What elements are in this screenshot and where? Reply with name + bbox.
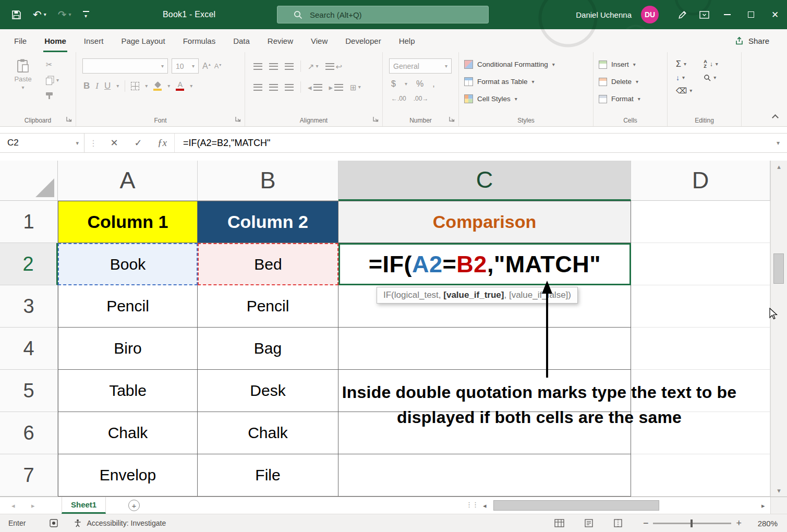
tab-data[interactable]: Data: [224, 29, 259, 52]
cell-b1[interactable]: Column 2: [198, 201, 338, 243]
tab-scrollbar-splitter[interactable]: ⋮⋮: [466, 501, 478, 509]
italic-button[interactable]: I: [95, 81, 99, 91]
insert-cells-button[interactable]: Insert▾: [599, 57, 640, 71]
column-header-b[interactable]: B: [198, 161, 338, 201]
clear-button[interactable]: ⌫▾: [676, 87, 692, 94]
find-select-button[interactable]: ▾: [704, 74, 718, 81]
zoom-in-button[interactable]: +: [731, 518, 746, 528]
tab-review[interactable]: Review: [259, 29, 302, 52]
paste-chevron-icon[interactable]: ▾: [21, 85, 24, 90]
row-header-6[interactable]: 6: [0, 412, 58, 454]
tab-file[interactable]: File: [5, 29, 35, 52]
zoom-slider-track[interactable]: [653, 523, 731, 524]
formula-bar-splitter[interactable]: ⋮: [84, 138, 102, 148]
font-dialog-launcher[interactable]: [235, 116, 241, 123]
macro-record-button[interactable]: [50, 519, 58, 527]
cell-b4[interactable]: Bag: [198, 328, 338, 370]
align-center-icon[interactable]: [269, 84, 278, 91]
save-button[interactable]: [11, 10, 21, 20]
name-box-chevron-icon[interactable]: ▾: [76, 140, 79, 147]
font-name-select[interactable]: ▾: [82, 58, 168, 74]
sheet-nav-left-icon[interactable]: ◂: [11, 497, 15, 514]
format-painter-button[interactable]: [46, 92, 59, 99]
align-right-icon[interactable]: [285, 84, 294, 91]
align-top-icon[interactable]: [253, 63, 262, 70]
redo-button[interactable]: ↷▾: [58, 9, 71, 20]
row-header-3[interactable]: 3: [0, 285, 58, 328]
cut-button[interactable]: ✂: [46, 61, 59, 68]
tab-view[interactable]: View: [302, 29, 336, 52]
number-format-select[interactable]: General▾: [389, 58, 452, 74]
number-dialog-launcher[interactable]: [449, 116, 455, 123]
decrease-font-size-button[interactable]: A▾: [214, 63, 222, 69]
paste-button[interactable]: Paste ▾: [7, 58, 39, 90]
wrap-text-button[interactable]: ↩: [325, 63, 343, 70]
increase-font-size-button[interactable]: A▴: [202, 62, 211, 70]
cell-b7[interactable]: File: [198, 454, 338, 497]
copy-button[interactable]: ▾: [46, 76, 59, 85]
search-box[interactable]: [277, 6, 489, 23]
cell-a5[interactable]: Table: [58, 370, 198, 412]
scroll-up-icon[interactable]: ▴: [771, 163, 787, 171]
customize-quick-access-button[interactable]: ▾: [83, 11, 89, 19]
hscroll-left-icon[interactable]: ◂: [483, 497, 487, 514]
row-header-1[interactable]: 1: [0, 201, 58, 243]
fill-button[interactable]: ↓▾: [676, 74, 692, 81]
column-header-a[interactable]: A: [58, 161, 198, 201]
cell-d3[interactable]: [631, 285, 770, 328]
comma-style-button[interactable]: ,: [432, 79, 434, 89]
vertical-scrollbar-thumb[interactable]: [773, 253, 784, 284]
cell-c4[interactable]: [338, 328, 631, 370]
cell-b3[interactable]: Pencil: [198, 285, 338, 328]
cell-styles-button[interactable]: Cell Styles▾: [464, 92, 555, 106]
tab-help[interactable]: Help: [390, 29, 424, 52]
cell-a1[interactable]: Column 1: [58, 201, 198, 243]
decrease-indent-button[interactable]: ◂: [308, 83, 322, 91]
maximize-button[interactable]: [739, 0, 763, 29]
zoom-slider-thumb[interactable]: [691, 519, 693, 527]
scroll-down-icon[interactable]: ▾: [771, 487, 787, 494]
select-all-corner[interactable]: [0, 161, 58, 201]
minimize-button[interactable]: [715, 0, 739, 29]
cell-a4[interactable]: Biro: [58, 328, 198, 370]
vertical-scrollbar[interactable]: ▴ ▾: [770, 161, 787, 497]
sheet-tab-sheet1[interactable]: Sheet1: [62, 497, 106, 514]
collapse-ribbon-button[interactable]: [772, 114, 779, 121]
column-header-c[interactable]: C: [338, 161, 631, 201]
cell-c2-active-formula[interactable]: =IF(A2=B2,"MATCH": [338, 243, 631, 285]
insert-function-button[interactable]: ƒx: [150, 137, 174, 149]
expand-formula-bar-icon[interactable]: ▾: [769, 139, 787, 147]
percent-style-button[interactable]: %: [416, 79, 423, 89]
user-name[interactable]: Daniel Uchenna: [576, 10, 632, 19]
cell-d7[interactable]: [631, 454, 770, 497]
close-button[interactable]: ✕: [763, 0, 787, 29]
tab-formulas[interactable]: Formulas: [174, 29, 225, 52]
normal-view-button[interactable]: [554, 519, 564, 527]
font-color-button[interactable]: A: [176, 81, 184, 91]
undo-chevron-icon[interactable]: ▾: [44, 12, 46, 17]
ink-pen-button[interactable]: [671, 10, 693, 20]
cell-a2[interactable]: Book: [58, 243, 198, 285]
enter-button[interactable]: ✓: [126, 137, 150, 149]
cell-b2[interactable]: Bed: [198, 243, 338, 285]
cell-c7[interactable]: [338, 454, 631, 497]
formula-input[interactable]: =IF(A2=B2,"MATCH": [174, 134, 769, 152]
bold-button[interactable]: B: [83, 81, 90, 91]
cell-d2[interactable]: [631, 243, 770, 285]
hscroll-right-icon[interactable]: ▸: [761, 497, 765, 514]
cell-a6[interactable]: Chalk: [58, 412, 198, 454]
row-header-5[interactable]: 5: [0, 370, 58, 412]
horizontal-scrollbar-thumb[interactable]: [493, 500, 659, 511]
page-layout-view-button[interactable]: [584, 519, 594, 527]
align-bottom-icon[interactable]: [285, 63, 294, 70]
alignment-dialog-launcher[interactable]: [372, 116, 379, 123]
tab-developer[interactable]: Developer: [336, 29, 390, 52]
sort-filter-button[interactable]: AZ↓▾: [704, 59, 718, 69]
search-input[interactable]: [310, 10, 483, 19]
page-break-view-button[interactable]: [613, 519, 623, 527]
decrease-decimal-button[interactable]: .00→: [414, 95, 429, 102]
clipboard-dialog-launcher[interactable]: [66, 116, 72, 123]
name-box[interactable]: C2 ▾: [0, 134, 84, 152]
increase-decimal-button[interactable]: ←.00: [391, 95, 406, 102]
cell-a3[interactable]: Pencil: [58, 285, 198, 328]
